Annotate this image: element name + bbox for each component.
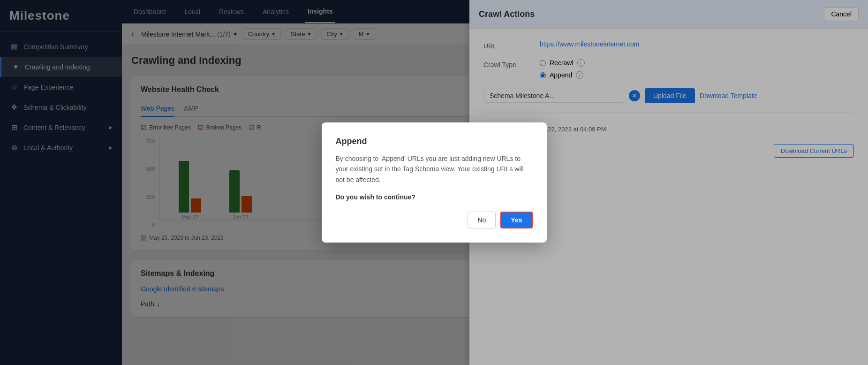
append-modal: Append By choosing to 'Append' URLs you … bbox=[322, 122, 547, 243]
modal-title: Append bbox=[336, 137, 533, 146]
modal-no-button[interactable]: No bbox=[468, 212, 496, 228]
modal-actions: No Yes bbox=[336, 212, 533, 228]
modal-yes-button[interactable]: Yes bbox=[500, 212, 532, 228]
modal-overlay: Append By choosing to 'Append' URLs you … bbox=[0, 0, 868, 365]
modal-question: Do you wish to continue? bbox=[336, 192, 533, 202]
modal-body: By choosing to 'Append' URLs you are jus… bbox=[336, 153, 533, 203]
